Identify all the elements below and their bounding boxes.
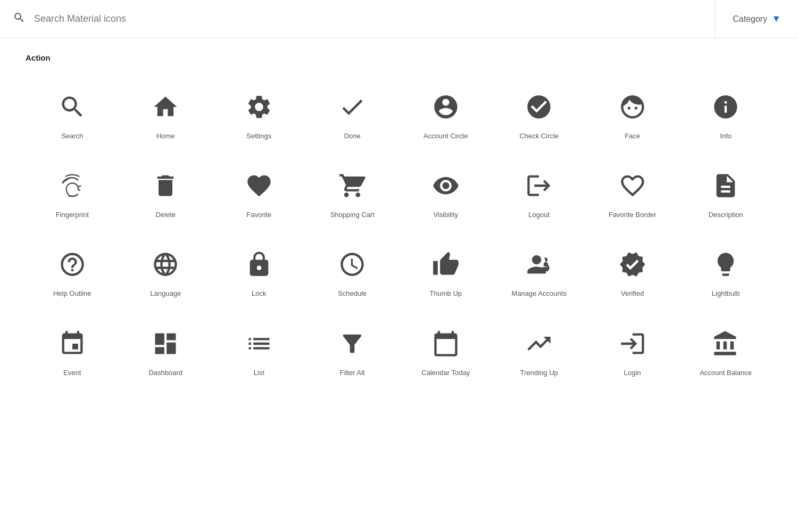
search-bar-icon [13, 11, 26, 27]
logout-icon [522, 169, 556, 203]
icon-item-dashboard[interactable]: Dashboard [119, 312, 213, 390]
icon-item-account_circle[interactable]: Account Circle [399, 75, 493, 154]
fingerprint-icon [55, 169, 89, 203]
language-icon [148, 247, 182, 281]
icon-item-calendar_today[interactable]: Calendar Today [399, 312, 493, 390]
icon-label-trending_up: Trending Up [520, 368, 558, 378]
icon-item-verified[interactable]: Verified [586, 232, 679, 311]
icon-label-settings: Settings [246, 131, 271, 141]
icon-item-favorite_border[interactable]: Favorite Border [586, 154, 679, 232]
icon-item-language[interactable]: Language [119, 232, 213, 311]
icon-item-list[interactable]: List [212, 312, 306, 390]
icon-label-filter_alt: Filter Alt [340, 368, 365, 378]
verified-icon [616, 247, 650, 281]
list-icon [242, 327, 276, 361]
icon-item-description[interactable]: Description [679, 154, 773, 232]
lock-icon [242, 247, 276, 281]
delete-icon [148, 169, 182, 203]
icon-label-search: Search [61, 131, 83, 141]
visibility-icon [429, 169, 463, 203]
icon-item-account_balance[interactable]: Account Balance [679, 312, 773, 390]
login-icon [616, 327, 650, 361]
event-icon [55, 327, 89, 361]
settings-icon [242, 90, 276, 124]
icon-label-face: Face [625, 131, 640, 141]
category-button[interactable]: Category ▼ [715, 0, 785, 38]
shopping_cart-icon [335, 169, 369, 203]
icon-label-fingerprint: Fingerprint [56, 210, 89, 220]
icon-label-thumb_up: Thumb Up [429, 289, 462, 298]
calendar_today-icon [429, 327, 463, 361]
help_outline-icon [55, 247, 89, 281]
icon-label-shopping_cart: Shopping Cart [330, 210, 375, 220]
icon-label-description: Description [709, 210, 743, 220]
face-icon [616, 90, 650, 124]
category-label: Category [733, 14, 767, 24]
search-icon [55, 90, 89, 124]
category-dropdown-arrow: ▼ [771, 13, 781, 24]
icon-item-login[interactable]: Login [586, 312, 679, 390]
icon-label-list: List [254, 368, 264, 378]
search-input[interactable] [34, 13, 715, 24]
icon-label-lightbulb: Lightbulb [712, 289, 740, 298]
icon-item-schedule[interactable]: Schedule [306, 232, 400, 311]
icon-item-search[interactable]: Search [26, 75, 119, 154]
icon-label-lock: Lock [252, 289, 266, 298]
icon-label-info: Info [720, 131, 732, 141]
icon-item-shopping_cart[interactable]: Shopping Cart [306, 154, 400, 232]
icon-item-face[interactable]: Face [586, 75, 679, 154]
icon-label-account_circle: Account Circle [423, 131, 468, 141]
home-icon [148, 90, 182, 124]
icon-item-manage_accounts[interactable]: Manage Accounts [493, 232, 586, 311]
icon-item-delete[interactable]: Delete [119, 154, 213, 232]
icon-label-schedule: Schedule [338, 289, 367, 298]
search-bar: Category ▼ [0, 0, 798, 38]
icon-label-logout: Logout [528, 210, 550, 220]
icon-item-settings[interactable]: Settings [212, 75, 306, 154]
icon-item-thumb_up[interactable]: Thumb Up [399, 232, 493, 311]
icon-item-favorite[interactable]: Favorite [212, 154, 306, 232]
icon-label-calendar_today: Calendar Today [421, 368, 470, 378]
icon-item-trending_up[interactable]: Trending Up [493, 312, 586, 390]
icon-item-check_circle[interactable]: Check Circle [493, 75, 586, 154]
dashboard-icon [148, 327, 182, 361]
icon-label-home: Home [156, 131, 175, 141]
icon-label-visibility: Visibility [433, 210, 458, 220]
favorite-icon [242, 169, 276, 203]
icon-item-done[interactable]: Done [306, 75, 400, 154]
icon-label-account_balance: Account Balance [700, 368, 752, 378]
icon-label-done: Done [344, 131, 361, 141]
icon-item-info[interactable]: Info [679, 75, 773, 154]
icon-label-verified: Verified [621, 289, 644, 298]
icon-item-fingerprint[interactable]: Fingerprint [26, 154, 119, 232]
account_circle-icon [429, 90, 463, 124]
info-icon [709, 90, 743, 124]
icon-label-check_circle: Check Circle [519, 131, 559, 141]
icon-item-logout[interactable]: Logout [493, 154, 586, 232]
filter_alt-icon [335, 327, 369, 361]
icon-label-favorite_border: Favorite Border [609, 210, 656, 220]
icon-item-visibility[interactable]: Visibility [399, 154, 493, 232]
check_circle-icon [522, 90, 556, 124]
icon-item-lightbulb[interactable]: Lightbulb [679, 232, 773, 311]
icon-label-favorite: Favorite [246, 210, 271, 220]
icon-item-home[interactable]: Home [119, 75, 213, 154]
thumb_up-icon [429, 247, 463, 281]
done-icon [335, 90, 369, 124]
trending_up-icon [522, 327, 556, 361]
icon-item-lock[interactable]: Lock [212, 232, 306, 311]
icon-label-login: Login [624, 368, 641, 378]
icon-item-event[interactable]: Event [26, 312, 119, 390]
manage_accounts-icon [522, 247, 556, 281]
icon-label-help_outline: Help Outline [53, 289, 92, 298]
icon-label-event: Event [63, 368, 81, 378]
icon-label-manage_accounts: Manage Accounts [512, 289, 567, 298]
icon-label-dashboard: Dashboard [148, 368, 182, 378]
section-title: Action [26, 53, 772, 62]
icon-item-help_outline[interactable]: Help Outline [26, 232, 119, 311]
schedule-icon [335, 247, 369, 281]
lightbulb-icon [709, 247, 743, 281]
description-icon [709, 169, 743, 203]
icon-item-filter_alt[interactable]: Filter Alt [306, 312, 400, 390]
icon-label-language: Language [150, 289, 181, 298]
